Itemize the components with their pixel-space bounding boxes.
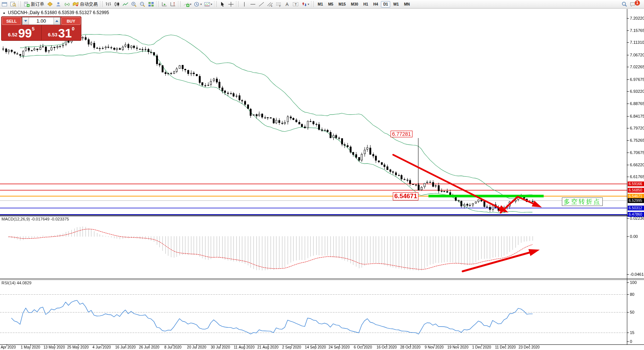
chart-line-icon[interactable] [122,1,129,7]
chevron-down-icon [24,20,27,22]
new-order-label[interactable]: 新订单 [31,1,44,7]
toolbar-separator [214,1,217,7]
periods-icon[interactable] [193,1,201,7]
axis-price-tag: 6.52995 [628,198,644,203]
timeframe-m5[interactable]: M5 [326,1,336,7]
axis-price-tag: 6.56850 [628,188,644,193]
pivot-note-annotation[interactable]: 多空转折点 [562,197,603,206]
sell-price-display[interactable]: 6.52 99 5 [1,25,41,40]
timeframe-h4[interactable]: H4 [371,1,381,7]
high-price-annotation[interactable]: 6.77281 [391,131,412,137]
collapse-arrow-icon[interactable]: ▲ [3,11,6,14]
timeframe-m1[interactable]: M1 [315,1,325,7]
volume-stepper[interactable]: 1.00 [22,17,61,25]
buy-button[interactable]: BUY [61,17,81,25]
volume-decrease-button[interactable] [22,17,29,24]
timeframe-m15[interactable]: M15 [336,1,348,7]
timeframe-d1[interactable]: D1 [381,1,390,7]
trendline-icon[interactable] [258,1,265,7]
buy-price-prefix: 6.53 [48,32,57,37]
gold-tag-icon[interactable] [46,1,54,7]
chart-symbol: USDCNH-,Daily [8,10,39,15]
timeframe-w1[interactable]: W1 [391,1,401,7]
buy-price-display[interactable]: 6.53 31 0 [42,25,81,40]
timeframe-mn[interactable]: MN [402,1,412,7]
chart-title: ▲ USDCNH-,Daily 6.51680 6.53539 6.51327 … [3,10,109,15]
label-icon[interactable]: T [292,1,300,7]
window-icon[interactable] [1,1,9,7]
buy-price-sup: 0 [72,26,74,32]
axis-price-tag: 6.54671 [628,194,644,199]
chart-bars-icon[interactable] [104,1,112,7]
hline-icon[interactable] [249,1,257,7]
sell-price-sup: 5 [32,26,35,32]
cursor-icon[interactable] [219,1,226,7]
crosshair-icon[interactable] [227,1,235,7]
search-icon[interactable] [621,1,628,7]
macd-label: MACD(12,26,9) -0.017649 -0.023375 [1,217,69,221]
chevron-up-icon [55,20,58,22]
indicators-caret[interactable]: ▾ [190,3,191,6]
rsi-label: RSI(14) 44.0829 [1,281,32,285]
svg-text:T: T [295,3,297,6]
notification-badge[interactable]: 1 [635,0,640,6]
chart-candles-icon[interactable] [113,1,121,7]
sell-price-big: 99 [18,28,32,39]
chart-shift-icon[interactable] [169,1,177,7]
price-chart-canvas[interactable] [0,0,644,350]
buy-price-big: 31 [58,28,72,39]
timeframe-m30[interactable]: M30 [349,1,360,7]
chart-ohlc-values: 6.51680 6.53539 6.51327 6.52995 [41,10,109,15]
channel-icon[interactable]: E [266,1,274,7]
autotrading-icon[interactable] [72,1,80,7]
text-icon[interactable]: A [283,1,291,7]
volume-increase-button[interactable] [54,17,60,24]
periods-caret[interactable]: ▾ [200,3,202,6]
sell-button[interactable]: SELL [2,17,21,25]
mt4-terminal: { "window": { "symbol": "USDCNH-,Daily",… [0,0,644,350]
signal-icon[interactable] [63,1,71,7]
templates-icon[interactable] [203,1,211,7]
community-icon[interactable] [55,1,62,7]
fibo-icon[interactable]: F [275,1,282,7]
vline-icon[interactable] [240,1,248,7]
timeframe-h1[interactable]: H1 [361,1,370,7]
one-click-trading-panel: SELL 1.00 BUY 6.52 99 5 6.53 31 0 [1,16,81,41]
support-price-annotation[interactable]: 6.54671 [393,192,418,200]
toolbar-separator [311,1,314,7]
arrow-tools-icon[interactable] [300,1,308,7]
svg-text:E: E [271,4,272,7]
toolbar-separator [178,1,181,7]
autotrading-label[interactable]: 自动交易 [80,1,98,7]
volume-value[interactable]: 1.00 [29,17,54,24]
toolbar-separator [18,1,21,7]
templates-caret[interactable]: ▾ [211,3,212,6]
toolbar-separator [156,1,159,7]
axis-price-tag: 6.47860 [628,212,644,217]
svg-text:A: A [286,2,289,7]
sell-price-prefix: 6.52 [8,32,17,37]
new-order-icon[interactable] [23,1,30,7]
indicators-icon[interactable] [182,1,190,7]
zoom-in-icon[interactable] [130,1,138,7]
auto-scroll-icon[interactable] [161,1,168,7]
toolbar-separator [100,1,103,7]
zoom-out-icon[interactable] [139,1,146,7]
axis-price-tag: 6.59166 [628,181,644,186]
main-toolbar: 新订单自动交易▾▾▾EFAT▾M1M5M15M30H1H4D1W1MN1 [0,0,644,9]
toolbar-separator [236,1,239,7]
svg-text:F: F [279,4,281,7]
axis-price-tag: 6.50312 [628,206,644,210]
preview-icon[interactable] [9,1,17,7]
tile-windows-icon[interactable] [147,1,155,7]
arrows-caret[interactable]: ▾ [308,3,309,6]
